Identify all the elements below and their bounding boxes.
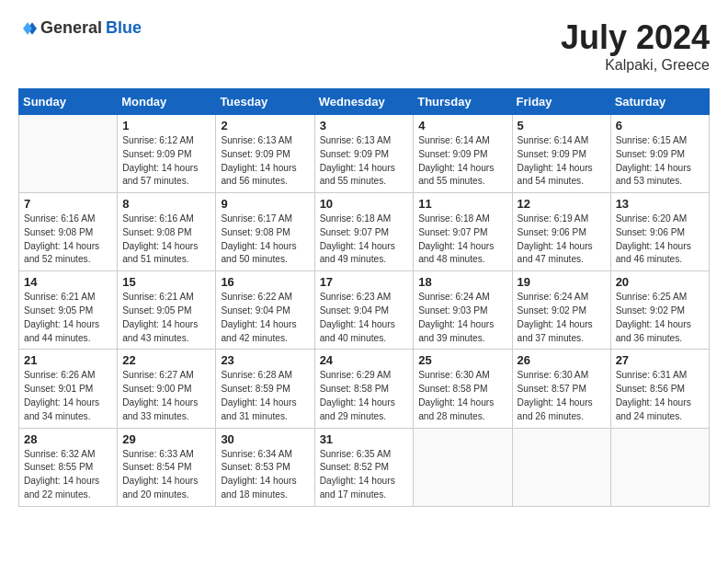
page-header: GeneralBlue July 2024 Kalpaki, Greece xyxy=(18,18,710,74)
calendar-day-cell: 27Sunrise: 6:31 AMSunset: 8:56 PMDayligh… xyxy=(610,350,709,428)
header-friday: Friday xyxy=(512,89,610,115)
day-info: Sunrise: 6:13 AMSunset: 9:09 PMDaylight:… xyxy=(320,134,409,189)
day-number: 12 xyxy=(518,197,606,211)
day-number: 20 xyxy=(616,275,704,289)
calendar-day-cell: 4Sunrise: 6:14 AMSunset: 9:09 PMDaylight… xyxy=(414,115,512,193)
day-number: 29 xyxy=(122,432,210,446)
calendar-day-cell: 18Sunrise: 6:24 AMSunset: 9:03 PMDayligh… xyxy=(414,271,512,350)
day-info: Sunrise: 6:18 AMSunset: 9:07 PMDaylight:… xyxy=(418,213,506,267)
calendar-day-cell: 26Sunrise: 6:30 AMSunset: 8:57 PMDayligh… xyxy=(512,350,610,428)
day-number: 14 xyxy=(24,275,112,289)
day-number: 25 xyxy=(418,353,506,367)
calendar-day-cell: 30Sunrise: 6:34 AMSunset: 8:53 PMDayligh… xyxy=(216,428,314,506)
day-info: Sunrise: 6:34 AMSunset: 8:53 PMDaylight:… xyxy=(221,448,309,502)
logo: GeneralBlue xyxy=(18,18,142,38)
calendar-day-cell xyxy=(414,428,512,506)
calendar-day-cell: 7Sunrise: 6:16 AMSunset: 9:08 PMDaylight… xyxy=(19,193,118,271)
calendar-day-cell: 3Sunrise: 6:13 AMSunset: 9:09 PMDaylight… xyxy=(314,115,414,193)
day-info: Sunrise: 6:23 AMSunset: 9:04 PMDaylight:… xyxy=(320,291,409,345)
day-number: 9 xyxy=(221,197,309,211)
day-number: 22 xyxy=(122,353,210,367)
day-info: Sunrise: 6:32 AMSunset: 8:55 PMDaylight:… xyxy=(24,448,112,502)
calendar-week-row: 1Sunrise: 6:12 AMSunset: 9:09 PMDaylight… xyxy=(19,115,710,193)
logo-general: General xyxy=(40,18,102,38)
day-info: Sunrise: 6:21 AMSunset: 9:05 PMDaylight:… xyxy=(24,291,112,345)
day-number: 28 xyxy=(24,432,112,446)
day-number: 4 xyxy=(418,119,506,132)
calendar-week-row: 7Sunrise: 6:16 AMSunset: 9:08 PMDaylight… xyxy=(19,193,710,271)
header-wednesday: Wednesday xyxy=(314,89,414,115)
calendar-day-cell: 17Sunrise: 6:23 AMSunset: 9:04 PMDayligh… xyxy=(314,271,414,350)
day-info: Sunrise: 6:13 AMSunset: 9:09 PMDaylight:… xyxy=(221,134,309,189)
calendar-day-cell: 11Sunrise: 6:18 AMSunset: 9:07 PMDayligh… xyxy=(414,193,512,271)
day-info: Sunrise: 6:14 AMSunset: 9:09 PMDaylight:… xyxy=(518,134,606,189)
day-number: 8 xyxy=(122,197,210,211)
day-number: 24 xyxy=(320,353,409,367)
day-info: Sunrise: 6:19 AMSunset: 9:06 PMDaylight:… xyxy=(518,213,606,267)
day-info: Sunrise: 6:12 AMSunset: 9:09 PMDaylight:… xyxy=(122,134,210,189)
day-info: Sunrise: 6:14 AMSunset: 9:09 PMDaylight:… xyxy=(418,134,506,189)
day-number: 6 xyxy=(616,119,704,132)
calendar-day-cell: 13Sunrise: 6:20 AMSunset: 9:06 PMDayligh… xyxy=(610,193,709,271)
day-info: Sunrise: 6:26 AMSunset: 9:01 PMDaylight:… xyxy=(24,369,112,423)
weekday-header-row: Sunday Monday Tuesday Wednesday Thursday… xyxy=(19,89,710,115)
day-info: Sunrise: 6:25 AMSunset: 9:02 PMDaylight:… xyxy=(616,291,704,345)
day-number: 13 xyxy=(616,197,704,211)
calendar-location: Kalpaki, Greece xyxy=(561,57,710,74)
day-info: Sunrise: 6:28 AMSunset: 8:59 PMDaylight:… xyxy=(221,369,309,423)
calendar-day-cell: 5Sunrise: 6:14 AMSunset: 9:09 PMDaylight… xyxy=(512,115,610,193)
calendar-day-cell: 10Sunrise: 6:18 AMSunset: 9:07 PMDayligh… xyxy=(314,193,414,271)
calendar-day-cell xyxy=(512,428,610,506)
day-info: Sunrise: 6:15 AMSunset: 9:09 PMDaylight:… xyxy=(616,134,704,189)
calendar-week-row: 21Sunrise: 6:26 AMSunset: 9:01 PMDayligh… xyxy=(19,350,710,428)
day-number: 31 xyxy=(320,432,409,446)
day-info: Sunrise: 6:21 AMSunset: 9:05 PMDaylight:… xyxy=(122,291,210,345)
calendar-day-cell: 22Sunrise: 6:27 AMSunset: 9:00 PMDayligh… xyxy=(118,350,216,428)
calendar-day-cell: 1Sunrise: 6:12 AMSunset: 9:09 PMDaylight… xyxy=(118,115,216,193)
day-number: 1 xyxy=(122,119,210,132)
calendar-day-cell: 20Sunrise: 6:25 AMSunset: 9:02 PMDayligh… xyxy=(610,271,709,350)
day-number: 17 xyxy=(320,275,409,289)
calendar-day-cell: 14Sunrise: 6:21 AMSunset: 9:05 PMDayligh… xyxy=(19,271,118,350)
calendar-day-cell: 19Sunrise: 6:24 AMSunset: 9:02 PMDayligh… xyxy=(512,271,610,350)
day-info: Sunrise: 6:16 AMSunset: 9:08 PMDaylight:… xyxy=(24,213,112,267)
day-info: Sunrise: 6:24 AMSunset: 9:02 PMDaylight:… xyxy=(518,291,606,345)
day-info: Sunrise: 6:35 AMSunset: 8:52 PMDaylight:… xyxy=(320,448,409,502)
calendar-day-cell: 23Sunrise: 6:28 AMSunset: 8:59 PMDayligh… xyxy=(216,350,314,428)
day-info: Sunrise: 6:20 AMSunset: 9:06 PMDaylight:… xyxy=(616,213,704,267)
day-info: Sunrise: 6:17 AMSunset: 9:08 PMDaylight:… xyxy=(221,213,309,267)
calendar-day-cell: 12Sunrise: 6:19 AMSunset: 9:06 PMDayligh… xyxy=(512,193,610,271)
logo-blue: Blue xyxy=(106,18,142,38)
day-number: 21 xyxy=(24,353,112,367)
day-number: 18 xyxy=(418,275,506,289)
day-info: Sunrise: 6:24 AMSunset: 9:03 PMDaylight:… xyxy=(418,291,506,345)
day-number: 23 xyxy=(221,353,309,367)
calendar-table: Sunday Monday Tuesday Wednesday Thursday… xyxy=(18,88,710,507)
day-number: 19 xyxy=(518,275,606,289)
calendar-day-cell: 29Sunrise: 6:33 AMSunset: 8:54 PMDayligh… xyxy=(118,428,216,506)
title-block: July 2024 Kalpaki, Greece xyxy=(561,18,710,74)
header-tuesday: Tuesday xyxy=(216,89,314,115)
calendar-day-cell: 25Sunrise: 6:30 AMSunset: 8:58 PMDayligh… xyxy=(414,350,512,428)
calendar-day-cell: 21Sunrise: 6:26 AMSunset: 9:01 PMDayligh… xyxy=(19,350,118,428)
day-info: Sunrise: 6:22 AMSunset: 9:04 PMDaylight:… xyxy=(221,291,309,345)
header-thursday: Thursday xyxy=(414,89,512,115)
calendar-day-cell: 24Sunrise: 6:29 AMSunset: 8:58 PMDayligh… xyxy=(314,350,414,428)
calendar-week-row: 28Sunrise: 6:32 AMSunset: 8:55 PMDayligh… xyxy=(19,428,710,506)
calendar-day-cell: 9Sunrise: 6:17 AMSunset: 9:08 PMDaylight… xyxy=(216,193,314,271)
day-number: 5 xyxy=(518,119,606,132)
day-info: Sunrise: 6:30 AMSunset: 8:57 PMDaylight:… xyxy=(518,369,606,423)
day-info: Sunrise: 6:30 AMSunset: 8:58 PMDaylight:… xyxy=(418,369,506,423)
day-number: 3 xyxy=(320,119,409,132)
calendar-day-cell: 16Sunrise: 6:22 AMSunset: 9:04 PMDayligh… xyxy=(216,271,314,350)
logo-icon xyxy=(18,19,37,38)
calendar-day-cell: 15Sunrise: 6:21 AMSunset: 9:05 PMDayligh… xyxy=(118,271,216,350)
header-saturday: Saturday xyxy=(610,89,709,115)
calendar-day-cell: 28Sunrise: 6:32 AMSunset: 8:55 PMDayligh… xyxy=(19,428,118,506)
day-number: 10 xyxy=(320,197,409,211)
calendar-day-cell: 6Sunrise: 6:15 AMSunset: 9:09 PMDaylight… xyxy=(610,115,709,193)
day-number: 16 xyxy=(221,275,309,289)
day-number: 11 xyxy=(418,197,506,211)
header-sunday: Sunday xyxy=(19,89,118,115)
day-info: Sunrise: 6:31 AMSunset: 8:56 PMDaylight:… xyxy=(616,369,704,423)
